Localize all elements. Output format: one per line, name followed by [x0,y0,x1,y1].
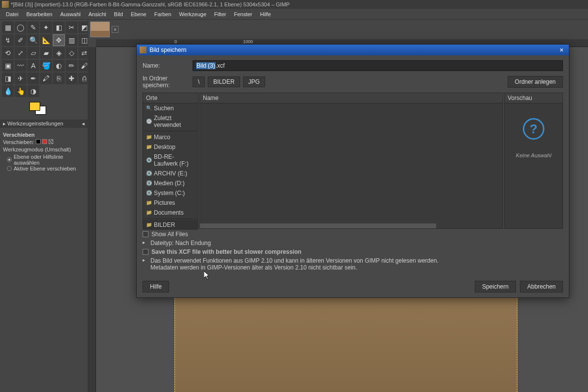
filelist-header: Name [200,93,503,103]
menu-hilfe[interactable]: Hilfe [256,10,275,19]
cancel-button[interactable]: Abbrechen [520,281,563,293]
tool-airbrush[interactable]: ✈ [15,73,26,84]
tool-eraser[interactable]: ◨ [2,73,14,84]
tool-ink[interactable]: ✒ [27,73,39,84]
menu-filter[interactable]: Filter [210,10,230,19]
tool-by-color[interactable]: ◧ [53,22,65,33]
opt-move-active[interactable]: Aktive Ebene verschieben [7,166,85,172]
place-label: BILDER [154,221,175,228]
show-all-checkbox[interactable] [143,231,148,237]
expander-icon[interactable]: ▸ [143,257,147,263]
path-seg-bilder[interactable]: BILDER [208,76,240,87]
tool-bucket[interactable]: 🪣 [40,60,52,72]
image-tab-thumb[interactable] [90,22,110,37]
menu-fenster[interactable]: Fenster [230,10,256,19]
opt-pick-layer[interactable]: Ebene oder Hilfslinie auswählen [7,154,85,166]
place-item[interactable]: 📁Pictures [143,198,198,208]
menu-werkzeuge[interactable]: Werkzeuge [175,10,210,19]
tool-warp[interactable]: 〰 [15,60,26,72]
menu-farben[interactable]: Farben [150,10,175,19]
file-list[interactable]: Name [199,93,503,229]
place-item[interactable]: 🔍Suchen [143,103,198,113]
tool-color-picker[interactable]: ✐ [15,34,26,46]
place-item[interactable]: 📁Desktop [143,142,198,152]
menu-bearbeiten[interactable]: Bearbeiten [23,10,56,19]
xcf-compression-checkbox[interactable] [143,249,148,255]
tool-ellipse-select[interactable]: ◯ [15,22,26,33]
place-item[interactable]: 📁BILDER [143,220,198,230]
path-seg-jpg[interactable]: JPG [243,76,265,87]
tool-perspective[interactable]: ▰ [40,47,52,59]
toolbox: ▦ ◯ ✎ ✦ ◧ ✂ ◩ ↯ ✐ 🔍 📐 ✥ ▥ ◫ ⟲ ⤢ ▱ ▰ ◈ ◇ … [0,20,88,99]
tool-clone[interactable]: ⎘ [53,73,65,84]
tool-heal[interactable]: ✚ [66,73,77,84]
menu-bild[interactable]: Bild [110,10,127,19]
color-swatch[interactable] [29,102,49,117]
tool-mypaint[interactable]: 🖍 [40,73,52,84]
tool-rect-select[interactable]: ▦ [2,22,14,33]
move-selection-icon[interactable] [42,139,47,144]
menu-auswahl[interactable]: Auswahl [56,10,85,19]
path-root[interactable]: \ [193,76,205,87]
image-tab-close-icon[interactable]: × [112,26,119,33]
fg-color[interactable] [29,102,40,111]
tool-paths[interactable]: ↯ [2,34,14,46]
tool-smudge[interactable]: 👆 [15,85,26,97]
save-button[interactable]: Speichern [475,281,516,293]
dialog-icon [140,47,147,53]
tool-options-menu-icon[interactable]: ◂ [82,121,85,127]
move-path-icon[interactable] [49,139,53,144]
tool-text[interactable]: A [27,60,39,72]
place-item[interactable]: 🕘Zuletzt verwendet [143,113,198,130]
place-label: BD-RE-Laufwerk (F:) [154,153,195,167]
move-layer-icon[interactable] [36,139,41,144]
menu-ebene[interactable]: Ebene [127,10,150,19]
place-item[interactable]: 💽ARCHIV (E:) [143,169,198,178]
place-item[interactable]: 💽System (C:) [143,188,198,198]
new-folder-button[interactable]: Ordner anlegen [508,76,563,88]
tool-zoom[interactable]: 🔍 [27,34,39,46]
menu-ansicht[interactable]: Ansicht [84,10,110,19]
places-panel: Orte 🔍Suchen🕘Zuletzt verwendet📁Marco📁Des… [143,93,198,229]
tool-align[interactable]: ▥ [66,34,77,46]
tool-shear[interactable]: ▱ [27,47,39,59]
tool-measure[interactable]: 📐 [40,34,52,46]
xcf-compression-row[interactable]: Save this XCF file with better but slowe… [143,248,563,255]
tool-handle[interactable]: ◇ [66,47,77,59]
tool-scissors[interactable]: ✂ [66,22,77,33]
tool-gradient[interactable]: ◐ [53,60,65,72]
place-icon: 📁 [146,144,152,150]
place-item[interactable]: 💿BD-RE-Laufwerk (F:) [143,152,198,169]
place-icon: 💿 [146,157,152,163]
menu-datei[interactable]: Datei [2,10,23,19]
tool-fuzzy-select[interactable]: ✦ [40,22,52,33]
tool-pencil[interactable]: ✏ [66,60,77,72]
dialog-close-icon[interactable]: × [557,46,566,54]
tool-scale[interactable]: ⤢ [15,47,26,59]
filename-input[interactable]: Bild (3).xcf [193,60,563,71]
tool-free-select[interactable]: ✎ [27,22,39,33]
place-icon: 💽 [146,171,152,176]
tool-blur[interactable]: 💧 [2,85,14,97]
image-tabs: × [88,20,588,39]
filetype-row[interactable]: ▸ Dateityp: Nach Endung [143,240,563,246]
tool-move[interactable]: ✥ [53,34,65,46]
tool-cage[interactable]: ▣ [2,60,14,72]
place-icon: 💽 [146,180,152,186]
place-item[interactable]: 💽Medien (D:) [143,178,198,188]
places-header: Orte [143,93,198,103]
tool-dodge[interactable]: ◑ [27,85,39,97]
show-all-files-row[interactable]: Show All Files [143,231,563,238]
compat-expander[interactable]: ▸ Das Bild verwendet Funktionen aus GIMP… [143,257,563,271]
save-dialog: Bild speichern × Name: Bild (3).xcf In O… [136,44,569,298]
horizontal-scrollbar[interactable] [200,223,436,228]
expander-icon[interactable]: ▸ [143,240,147,245]
help-button[interactable]: Hilfe [143,281,169,293]
place-item[interactable]: 📁Marco [143,132,198,142]
place-item[interactable]: 📁Documents [143,208,198,218]
window-titlebar: *[Bild (3)] (importiert)-13.0 (RGB-Farbe… [0,0,588,9]
tool-unified[interactable]: ◈ [53,47,65,59]
tool-rotate[interactable]: ⟲ [2,47,14,59]
dialog-titlebar[interactable]: Bild speichern × [137,45,569,55]
preview-empty-text: Keine Auswahl [516,152,551,158]
